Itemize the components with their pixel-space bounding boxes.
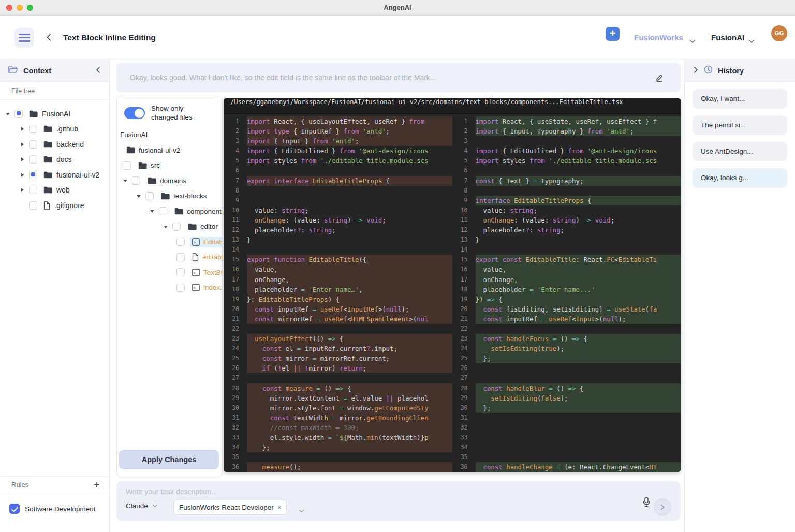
expand-panel-button[interactable] xyxy=(693,66,699,76)
tree-checkbox[interactable] xyxy=(29,155,37,164)
agent-tag[interactable]: FusionWorks React Developer × xyxy=(173,500,287,515)
remove-tag-button[interactable]: × xyxy=(277,504,282,511)
tree-row[interactable]: src xyxy=(117,158,222,173)
caret-down-icon[interactable] xyxy=(123,178,128,183)
caret-down-icon[interactable] xyxy=(150,209,155,214)
tree-row[interactable]: fusionai-ui-v2 xyxy=(117,142,222,158)
code-line: 1import React, { useState, useRef, useEf… xyxy=(452,116,681,126)
tree-checkbox[interactable] xyxy=(14,110,23,118)
history-item[interactable]: Okay, looks g... xyxy=(693,168,787,188)
history-item[interactable]: Use AntDesign... xyxy=(693,142,787,161)
chevron-down-icon[interactable] xyxy=(689,36,696,46)
rule-item[interactable]: Software Development xyxy=(9,504,96,514)
code-line: 14 xyxy=(224,245,452,255)
tree-checkbox[interactable] xyxy=(29,140,37,149)
last-message-bar[interactable]: Okay, looks good. What I don't like, so … xyxy=(116,63,681,92)
tree-checkbox[interactable] xyxy=(176,284,185,292)
tree-checkbox[interactable] xyxy=(176,253,185,261)
task-input-box[interactable]: Write your task description... Claude Fu… xyxy=(116,481,681,521)
tree-checkbox[interactable] xyxy=(123,161,131,170)
code-line: 4import { EditOutlined } from '@ant-desi… xyxy=(224,146,452,156)
code-text: import React, { useState, useRef, useEff… xyxy=(476,116,681,126)
tree-row[interactable]: FusionAI xyxy=(117,127,222,143)
code-line: 25 const mirror = mirrorRef.current; xyxy=(224,353,452,363)
code-text: value: string; xyxy=(476,205,681,215)
tree-checkbox[interactable] xyxy=(145,192,154,200)
tree-row[interactable]: domains xyxy=(117,173,222,188)
add-rule-button[interactable]: + xyxy=(94,479,100,491)
menu-button[interactable] xyxy=(14,28,34,48)
chevron-down-icon[interactable] xyxy=(299,506,304,515)
new-item-button[interactable]: + xyxy=(606,27,620,41)
tree-row[interactable]: .gitignore xyxy=(0,198,109,213)
code-line: 19}: EditableTitleProps) { xyxy=(224,294,452,304)
line-number: 17 xyxy=(224,275,239,285)
tree-row[interactable]: editor xyxy=(117,219,222,234)
caret-down-icon[interactable] xyxy=(5,111,10,116)
back-button[interactable] xyxy=(46,30,56,45)
send-button[interactable] xyxy=(654,498,671,516)
tree-row[interactable]: >_TextBlock.tsx xyxy=(117,264,222,280)
file-item: editable-title.module.scss xyxy=(190,252,222,263)
apply-changes-button[interactable]: Apply Changes xyxy=(119,450,219,469)
workspace-selector[interactable]: FusionWorks xyxy=(634,33,683,42)
tree-row[interactable]: FusionAI xyxy=(0,106,109,122)
line-number: 3 xyxy=(224,136,239,146)
code-line: 30 mirror.style.font = window.getCompute… xyxy=(224,403,452,413)
caret-right-icon[interactable] xyxy=(20,126,25,131)
code-line: 36 measure(); xyxy=(224,462,452,472)
history-sidebar: History Okay, I want...The pencil si...U… xyxy=(684,60,795,532)
tree-checkbox[interactable] xyxy=(172,223,181,231)
caret-right-icon[interactable] xyxy=(20,187,25,193)
show-changed-files-toggle[interactable] xyxy=(124,107,145,119)
diff-pane-old[interactable]: 1import React, { useLayoutEffect, useRef… xyxy=(224,116,452,472)
tree-checkbox[interactable] xyxy=(176,268,185,276)
code-line: 34 xyxy=(452,442,681,452)
history-clock-icon xyxy=(704,65,713,76)
edit-pencil-icon[interactable] xyxy=(655,73,664,84)
tree-checkbox[interactable] xyxy=(159,207,167,215)
caret-down-icon[interactable] xyxy=(163,224,168,229)
tree-row[interactable]: .github xyxy=(0,122,109,137)
code-line: 8 xyxy=(452,186,681,196)
history-item[interactable]: Okay, I want... xyxy=(693,89,787,109)
diff-pane-new[interactable]: 1import React, { useState, useRef, useEf… xyxy=(452,116,681,472)
tree-checkbox[interactable] xyxy=(132,176,140,185)
code-line: 31 xyxy=(452,413,681,423)
model-selector[interactable]: Claude xyxy=(126,502,158,510)
tree-row[interactable]: web xyxy=(0,183,109,198)
caret-right-icon[interactable] xyxy=(20,142,25,147)
microphone-icon[interactable] xyxy=(642,497,651,509)
code-text: const measure = () => { xyxy=(247,383,452,393)
file-item: >_index.ts xyxy=(190,282,222,293)
code-text xyxy=(476,245,681,255)
folder-icon xyxy=(43,186,52,194)
line-number: 31 xyxy=(224,413,239,423)
tree-checkbox[interactable] xyxy=(29,171,37,179)
tree-checkbox[interactable] xyxy=(176,238,185,246)
chevron-down-icon[interactable] xyxy=(748,36,755,46)
tree-row[interactable]: components xyxy=(117,203,222,219)
tree-checkbox[interactable] xyxy=(29,125,37,133)
caret-right-icon[interactable] xyxy=(20,172,25,178)
org-selector[interactable]: FusionAI xyxy=(711,33,744,42)
tree-row[interactable]: >_index.ts xyxy=(117,280,222,295)
collapse-panel-button[interactable] xyxy=(95,66,101,76)
avatar[interactable]: GG xyxy=(771,25,787,41)
tree-row[interactable]: >_EditableTitle.tsx xyxy=(117,234,222,249)
tree-row[interactable]: editable-title.module.scss xyxy=(117,249,222,265)
tree-row[interactable]: text-blocks xyxy=(117,188,222,204)
caret-right-icon[interactable] xyxy=(20,157,25,162)
history-item[interactable]: The pencil si... xyxy=(693,115,787,135)
line-number: 31 xyxy=(452,413,468,423)
history-panel-header: History xyxy=(685,60,795,82)
line-number: 24 xyxy=(224,344,239,353)
tree-row[interactable]: docs xyxy=(0,152,109,168)
caret-down-icon[interactable] xyxy=(136,194,141,199)
rule-checkbox[interactable] xyxy=(9,504,20,514)
code-text: onChange: (value: string) => void; xyxy=(247,215,452,225)
tree-checkbox[interactable] xyxy=(29,186,37,194)
tree-checkbox[interactable] xyxy=(29,201,37,210)
tree-row[interactable]: backend xyxy=(0,137,109,152)
tree-row[interactable]: fusionai-ui-v2 xyxy=(0,167,109,183)
